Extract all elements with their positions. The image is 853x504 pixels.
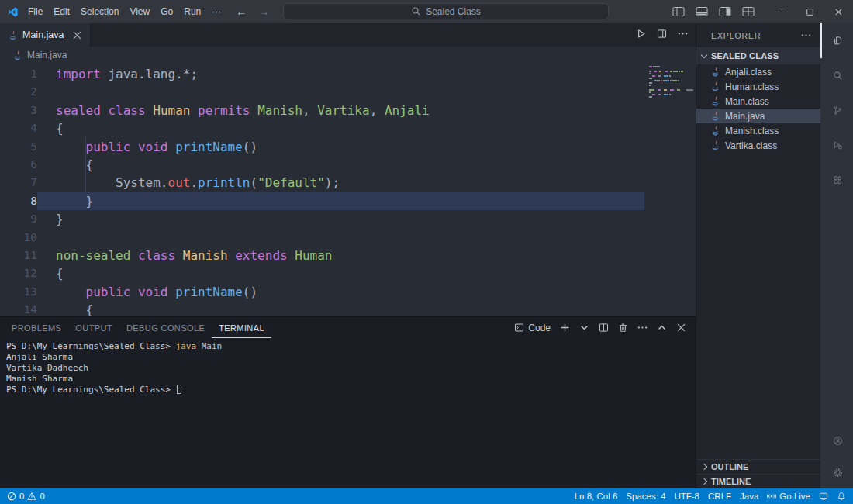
close-tab-icon[interactable] bbox=[72, 30, 82, 40]
status-spaces-4[interactable]: Spaces: 4 bbox=[626, 492, 665, 501]
scrollbar-marker[interactable] bbox=[686, 89, 693, 91]
code-line-10[interactable]: 10 bbox=[0, 229, 696, 247]
status-go-live[interactable]: Go Live bbox=[767, 492, 810, 501]
file-row-manish-class[interactable]: Manish.class bbox=[696, 123, 820, 138]
minimap-line bbox=[649, 96, 683, 98]
toggle-secondary-sidebar-button[interactable] bbox=[716, 3, 734, 20]
close-button[interactable] bbox=[824, 0, 853, 23]
status-ln-8-col-6[interactable]: Ln 8, Col 6 bbox=[575, 492, 618, 501]
toggle-primary-sidebar-button[interactable] bbox=[669, 3, 688, 20]
file-row-human-class[interactable]: Human.class bbox=[696, 79, 820, 94]
menu-more[interactable]: ··· bbox=[206, 4, 226, 20]
terminal-output[interactable]: PS D:\My Learnings\Sealed Class> java Ma… bbox=[0, 338, 696, 488]
split-terminal-button[interactable] bbox=[599, 323, 609, 333]
maximize-button[interactable] bbox=[796, 0, 824, 23]
error-icon bbox=[7, 492, 16, 501]
status-monitor-icon[interactable] bbox=[819, 492, 828, 501]
code-editor[interactable]: 1import java.lang.*;23sealed class Human… bbox=[0, 64, 696, 316]
more-actions-icon[interactable] bbox=[801, 30, 811, 40]
trash-icon bbox=[618, 323, 628, 333]
activity-run-debug[interactable] bbox=[820, 128, 853, 163]
breadcrumb[interactable]: Main.java bbox=[0, 47, 696, 64]
search-icon bbox=[411, 6, 421, 16]
vscode-window: FileEditSelectionViewGoRun··· ← → Sealed… bbox=[0, 0, 853, 504]
code-line-13[interactable]: 13 public void printName() bbox=[0, 283, 696, 301]
explorer-header: EXPLORER bbox=[696, 23, 820, 47]
search-text: Sealed Class bbox=[426, 6, 481, 17]
plus-button[interactable] bbox=[560, 323, 570, 333]
chevron-down-icon bbox=[579, 323, 589, 333]
java-class-icon bbox=[710, 140, 720, 150]
toggle-panel-button[interactable] bbox=[692, 3, 711, 20]
code-line-6[interactable]: 6 { bbox=[0, 156, 696, 174]
code-line-4[interactable]: 4{ bbox=[0, 119, 696, 137]
extensions-icon bbox=[833, 175, 843, 185]
minimap[interactable] bbox=[649, 66, 683, 98]
file-row-anjali-class[interactable]: Anjali.class bbox=[696, 64, 820, 79]
panel-tab-terminal[interactable]: TERMINAL bbox=[212, 317, 271, 338]
more-actions-button[interactable] bbox=[678, 28, 688, 42]
run-button[interactable] bbox=[636, 28, 646, 42]
activity-source-control[interactable] bbox=[820, 93, 853, 128]
sidebar-bottom-sections: OUTLINETIMELINE bbox=[696, 459, 820, 488]
activity-files[interactable] bbox=[820, 23, 853, 58]
editor-column: Main.java Main.java 1import java.lang.*;… bbox=[0, 23, 696, 488]
line-number: 11 bbox=[0, 247, 37, 264]
monitor-icon bbox=[819, 492, 828, 501]
chevron-down-button[interactable] bbox=[579, 323, 589, 333]
activity-extensions[interactable] bbox=[820, 163, 853, 198]
code-line-9[interactable]: 9} bbox=[0, 210, 696, 228]
minimize-button[interactable] bbox=[767, 0, 796, 23]
file-list: Anjali.classHuman.classMain.classMain.ja… bbox=[696, 64, 820, 153]
back-arrow-icon[interactable]: ← bbox=[236, 5, 247, 18]
panel-tab-problems[interactable]: PROBLEMS bbox=[5, 317, 68, 338]
menu-file[interactable]: File bbox=[22, 4, 48, 20]
code-line-11[interactable]: 11non-sealed class Manish extends Human bbox=[0, 247, 696, 264]
activity-settings-gear[interactable] bbox=[820, 457, 853, 488]
menu-selection[interactable]: Selection bbox=[75, 4, 124, 20]
menu-run[interactable]: Run bbox=[178, 4, 206, 20]
split-editor-button[interactable] bbox=[657, 28, 667, 42]
customize-layout-button[interactable] bbox=[739, 3, 758, 20]
activity-account[interactable] bbox=[820, 425, 853, 457]
code-line-12[interactable]: 12{ bbox=[0, 264, 696, 282]
code-line-8[interactable]: 8 } bbox=[0, 192, 696, 210]
terminal-profile-button[interactable]: Code bbox=[514, 323, 551, 333]
chevron-up-button[interactable] bbox=[657, 323, 667, 333]
status-bell-icon[interactable] bbox=[837, 492, 846, 501]
java-class-icon bbox=[710, 67, 720, 77]
menu-go[interactable]: Go bbox=[155, 4, 178, 20]
menu-view[interactable]: View bbox=[124, 4, 155, 20]
panel-tab-output[interactable]: OUTPUT bbox=[68, 317, 119, 338]
status-crlf[interactable]: CRLF bbox=[708, 492, 731, 501]
code-line-5[interactable]: 5 public void printName() bbox=[0, 138, 696, 156]
panel-tab-debug-console[interactable]: DEBUG CONSOLE bbox=[119, 317, 212, 338]
code-line-1[interactable]: 1import java.lang.*; bbox=[0, 65, 696, 83]
close-button[interactable] bbox=[676, 323, 686, 333]
activity-search[interactable] bbox=[820, 58, 853, 93]
problems-status[interactable]: 00 bbox=[7, 492, 45, 501]
file-row-vartika-class[interactable]: Vartika.class bbox=[696, 138, 820, 153]
file-row-main-java[interactable]: Main.java bbox=[696, 109, 820, 123]
file-name: Vartika.class bbox=[725, 140, 777, 151]
code-line-2[interactable]: 2 bbox=[0, 83, 696, 101]
command-center-search[interactable]: Sealed Class bbox=[283, 3, 609, 19]
code-line-7[interactable]: 7 System.out.println("Default"); bbox=[0, 174, 696, 192]
line-number: 6 bbox=[0, 156, 37, 174]
section-timeline[interactable]: TIMELINE bbox=[696, 474, 820, 488]
more-actions-button[interactable] bbox=[637, 323, 648, 333]
terminal-profile-icon bbox=[514, 323, 524, 333]
code-line-3[interactable]: 3sealed class Human permits Manish, Vart… bbox=[0, 102, 696, 119]
menu-edit[interactable]: Edit bbox=[48, 4, 75, 20]
section-sealed-class[interactable]: SEALED CLASS bbox=[696, 47, 820, 64]
file-row-main-class[interactable]: Main.class bbox=[696, 94, 820, 109]
code-line-14[interactable]: 14 { bbox=[0, 301, 696, 316]
tab-main-java[interactable]: Main.java bbox=[0, 23, 91, 47]
status-java[interactable]: Java bbox=[740, 492, 758, 501]
status-utf-8[interactable]: UTF-8 bbox=[674, 492, 699, 501]
minimap-line bbox=[649, 68, 683, 70]
bottom-panel: PROBLEMSOUTPUTDEBUG CONSOLETERMINAL Code… bbox=[0, 316, 696, 488]
forward-arrow-icon[interactable]: → bbox=[258, 5, 269, 18]
trash-button[interactable] bbox=[618, 323, 628, 333]
section-outline[interactable]: OUTLINE bbox=[696, 459, 820, 474]
